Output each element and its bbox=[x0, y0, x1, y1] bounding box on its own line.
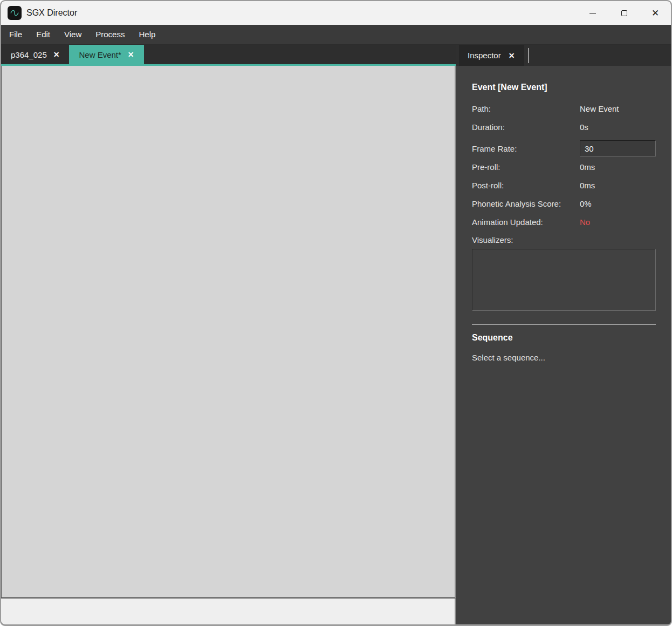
menu-view[interactable]: View bbox=[57, 25, 88, 44]
field-value: No bbox=[580, 217, 590, 227]
title-bar: SGX Director ✕ bbox=[1, 1, 671, 25]
tab-inspector[interactable]: Inspector ✕ bbox=[459, 45, 524, 66]
app-window: SGX Director ✕ File Edit View Process He… bbox=[0, 0, 672, 626]
field-label: Path: bbox=[472, 104, 580, 114]
frame-rate-input[interactable] bbox=[580, 140, 656, 156]
field-value: 0% bbox=[580, 199, 592, 209]
section-divider bbox=[472, 324, 656, 325]
status-strip bbox=[1, 598, 456, 624]
sequence-section-title: Sequence bbox=[472, 333, 656, 343]
window-title: SGX Director bbox=[26, 8, 77, 18]
maximize-button[interactable] bbox=[608, 1, 640, 25]
document-area: p364_025 ✕ New Event* ✕ bbox=[1, 45, 456, 624]
inspector-tab-bar: Inspector ✕ bbox=[456, 45, 672, 66]
field-value: 0ms bbox=[580, 180, 595, 190]
document-canvas[interactable] bbox=[1, 66, 456, 598]
field-post-roll: Post-roll: 0ms bbox=[472, 180, 656, 190]
field-value: 0ms bbox=[580, 162, 595, 172]
inspector-body: Event [New Event] Path: New Event Durati… bbox=[456, 66, 672, 624]
event-section-title: Event [New Event] bbox=[472, 83, 656, 92]
tab-label: New Event* bbox=[79, 50, 121, 59]
sequence-placeholder: Select a sequence... bbox=[472, 353, 656, 362]
visualizers-list[interactable] bbox=[472, 249, 656, 311]
menu-process[interactable]: Process bbox=[88, 25, 132, 44]
tab-close-icon[interactable]: ✕ bbox=[509, 52, 515, 59]
app-logo-icon bbox=[8, 6, 22, 20]
field-phonetic-score: Phonetic Analysis Score: 0% bbox=[472, 199, 656, 209]
field-value: 0s bbox=[580, 122, 588, 132]
field-duration: Duration: 0s bbox=[472, 122, 656, 132]
field-frame-rate: Frame Rate: bbox=[472, 140, 656, 156]
tab-label: Inspector bbox=[468, 51, 501, 60]
inspector-panel: Inspector ✕ Event [New Event] Path: New … bbox=[456, 45, 672, 624]
tab-separator bbox=[528, 48, 529, 63]
menu-edit[interactable]: Edit bbox=[29, 25, 57, 44]
field-animation-updated: Animation Updated: No bbox=[472, 217, 656, 227]
document-tab-bar: p364_025 ✕ New Event* ✕ bbox=[1, 45, 456, 64]
close-icon: ✕ bbox=[652, 9, 659, 18]
tab-p364-025[interactable]: p364_025 ✕ bbox=[1, 45, 69, 64]
field-label: Animation Updated: bbox=[472, 217, 580, 227]
field-pre-roll: Pre-roll: 0ms bbox=[472, 162, 656, 172]
tab-close-icon[interactable]: ✕ bbox=[53, 51, 60, 58]
field-label: Post-roll: bbox=[472, 180, 580, 190]
minimize-icon bbox=[589, 13, 596, 13]
field-label: Frame Rate: bbox=[472, 144, 580, 154]
menu-help[interactable]: Help bbox=[132, 25, 162, 44]
close-button[interactable]: ✕ bbox=[640, 1, 671, 25]
field-path: Path: New Event bbox=[472, 104, 656, 114]
field-label: Phonetic Analysis Score: bbox=[472, 199, 580, 209]
visualizers-label: Visualizers: bbox=[472, 235, 656, 244]
minimize-button[interactable] bbox=[577, 1, 608, 25]
field-value: New Event bbox=[580, 104, 619, 114]
tab-label: p364_025 bbox=[11, 50, 47, 59]
menu-bar: File Edit View Process Help bbox=[1, 25, 671, 45]
tab-close-icon[interactable]: ✕ bbox=[128, 51, 134, 58]
field-label: Pre-roll: bbox=[472, 162, 580, 172]
field-label: Duration: bbox=[472, 122, 580, 132]
maximize-icon bbox=[621, 10, 627, 16]
menu-file[interactable]: File bbox=[2, 25, 29, 44]
tab-new-event[interactable]: New Event* ✕ bbox=[69, 45, 143, 64]
main-split: p364_025 ✕ New Event* ✕ Inspector ✕ bbox=[1, 45, 671, 624]
